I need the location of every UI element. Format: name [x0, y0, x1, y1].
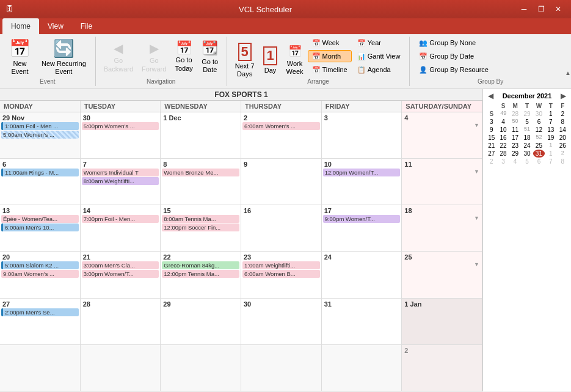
cal-event[interactable]: 5:00am Women's ... — [1, 131, 79, 139]
mini-day[interactable]: 1 — [545, 150, 556, 158]
cal-event[interactable]: 8:00am Weightlifti... — [82, 177, 159, 185]
mini-day[interactable]: 5 — [521, 158, 533, 165]
navigation-group-label: Navigation — [96, 78, 227, 85]
mini-day[interactable]: 1 — [545, 110, 556, 118]
cal-event[interactable]: 8:00am Tennis Ma... — [162, 215, 239, 223]
mini-day[interactable]: 20 — [557, 134, 569, 142]
mini-day[interactable]: 29 — [509, 150, 521, 158]
group-none-button[interactable]: 👥 Group By None — [415, 37, 493, 49]
agenda-button[interactable]: 📋 Agenda — [353, 64, 405, 76]
new-event-button[interactable]: 📅 NewEvent — [5, 37, 35, 78]
mini-day[interactable]: 22 — [497, 142, 509, 150]
mini-day[interactable]: 29 — [521, 110, 533, 118]
mini-day[interactable]: 6 — [533, 158, 545, 165]
go-forward-button[interactable]: ▶ GoForward — [139, 37, 169, 78]
mini-day[interactable]: 30 — [533, 110, 545, 118]
mini-day[interactable]: 26 — [557, 142, 569, 150]
mini-day[interactable]: 15 — [486, 134, 497, 142]
mini-day[interactable]: 8 — [557, 158, 569, 165]
gantt-button[interactable]: 📊 Gantt View — [353, 50, 405, 62]
cal-event[interactable]: 12:00pm Soccer Fin... — [162, 223, 239, 231]
cal-event[interactable]: 5:00pm Women's ... — [82, 122, 159, 130]
cal-event[interactable]: 7:00pm Foil - Men... — [82, 215, 159, 223]
mini-day[interactable]: 2 — [557, 110, 569, 118]
mini-day[interactable]: 27 — [486, 150, 497, 158]
cal-event[interactable]: 11:00am Rings - M... — [1, 169, 79, 176]
mini-day[interactable]: 5 — [521, 118, 533, 126]
cal-event[interactable]: 9:00am Women's ... — [1, 270, 79, 278]
tab-file[interactable]: File — [72, 18, 101, 34]
mini-day[interactable]: 18 — [521, 134, 533, 142]
cal-event[interactable]: 6:00am Men's 10... — [1, 223, 79, 231]
mini-day[interactable]: 23 — [509, 142, 521, 150]
cal-event[interactable]: 1:00am Foil - Men ... — [1, 122, 79, 130]
mini-day[interactable]: 12 — [533, 126, 545, 134]
cal-event[interactable]: 12:00pm Women/T... — [323, 169, 401, 176]
mini-day[interactable]: 11 — [509, 126, 521, 134]
mini-day[interactable]: 28 — [509, 110, 521, 118]
cal-event[interactable]: Women Bronze Me... — [162, 169, 239, 176]
cal-event[interactable]: 3:00pm Women/T... — [82, 270, 159, 278]
next-days-button[interactable]: 5 Next 7Days — [232, 40, 258, 81]
restore-button[interactable]: ❐ — [533, 3, 549, 15]
mini-day[interactable]: 30 — [521, 150, 533, 158]
close-button[interactable]: ✕ — [550, 3, 566, 15]
mini-day[interactable]: 7 — [545, 118, 556, 126]
more-indicator[interactable]: ▼ — [403, 169, 481, 175]
mini-day[interactable]: 16 — [497, 134, 509, 142]
mini-day-today[interactable]: 31 — [533, 150, 545, 158]
cal-event[interactable]: 9:00pm Women/T... — [323, 215, 401, 223]
mini-day[interactable]: 10 — [497, 126, 509, 134]
cal-event[interactable]: 12:00pm Tennis Ma... — [162, 270, 239, 278]
mini-day[interactable]: 21 — [486, 142, 497, 150]
cal-event[interactable]: Greco-Roman 84kg... — [162, 261, 239, 269]
month-button[interactable]: 📅 Month — [308, 50, 352, 62]
mini-day[interactable]: 8 — [557, 118, 569, 126]
mini-day[interactable]: 28 — [497, 150, 509, 158]
go-to-today-button[interactable]: 📅 Go toToday — [172, 37, 195, 78]
mini-day[interactable]: 3 — [486, 118, 497, 126]
cal-event[interactable]: 6:00am Women B... — [242, 270, 320, 278]
cal-event[interactable]: 1:00am Weightlifti... — [242, 261, 320, 269]
mini-day[interactable]: 24 — [521, 142, 533, 150]
cal-event[interactable]: Women's Individual T — [82, 169, 159, 176]
cal-cell-dec10: 10 12:00pm Women/T... — [322, 159, 402, 205]
groupby-collapse-button[interactable]: ▲ — [565, 70, 571, 76]
cal-event[interactable]: 3:00am Men's Cla... — [82, 261, 159, 269]
mini-day[interactable]: 25 — [533, 142, 545, 150]
mini-day[interactable]: 6 — [533, 118, 545, 126]
mini-day[interactable]: 13 — [545, 126, 556, 134]
mini-day[interactable]: 4 — [509, 158, 521, 165]
mini-dow-s1: S — [497, 102, 509, 110]
go-to-date-button[interactable]: 📆 Go toDate — [198, 37, 222, 78]
mini-day[interactable]: 19 — [545, 134, 556, 142]
tab-home[interactable]: Home — [2, 18, 39, 34]
mini-day[interactable]: 7 — [545, 158, 556, 165]
go-backward-button[interactable]: ◀ GoBackward — [101, 37, 136, 78]
cal-event[interactable]: Épée - Women/Tea... — [1, 215, 79, 223]
year-button[interactable]: 📅 Year — [353, 37, 405, 49]
tab-view[interactable]: View — [39, 18, 72, 34]
cal-event[interactable]: 6:00am Women's ... — [242, 122, 320, 130]
mini-day[interactable]: 4 — [497, 118, 509, 126]
group-date-button[interactable]: 📅 Group By Date — [415, 50, 493, 62]
mini-day[interactable]: 9 — [486, 126, 497, 134]
more-indicator[interactable]: ▼ — [403, 122, 481, 128]
work-week-button[interactable]: 📅 WorkWeek — [283, 40, 307, 81]
group-resource-button[interactable]: 👤 Group By Resource — [415, 64, 493, 76]
mini-day[interactable]: 14 — [557, 126, 569, 134]
minimize-button[interactable]: ─ — [516, 3, 532, 15]
more-indicator[interactable]: ▼ — [403, 215, 481, 221]
timeline-button[interactable]: 📅 Timeline — [308, 64, 352, 76]
mini-next-button[interactable]: ▶ — [558, 92, 569, 100]
new-recurring-button[interactable]: 🔄 New RecurringEvent — [37, 37, 90, 78]
mini-day[interactable]: 2 — [486, 158, 497, 165]
mini-day[interactable]: 17 — [509, 134, 521, 142]
week-button[interactable]: 📅 Week — [308, 37, 352, 49]
cal-event[interactable]: 2:00pm Men's Se... — [1, 308, 79, 316]
more-indicator[interactable]: ▼ — [403, 261, 481, 267]
cal-event[interactable]: 5:00am Slalom K2 ... — [1, 261, 79, 269]
mini-prev-button[interactable]: ◀ — [486, 92, 496, 100]
day-button[interactable]: 1 Day — [259, 40, 282, 81]
mini-day[interactable]: 3 — [497, 158, 509, 165]
